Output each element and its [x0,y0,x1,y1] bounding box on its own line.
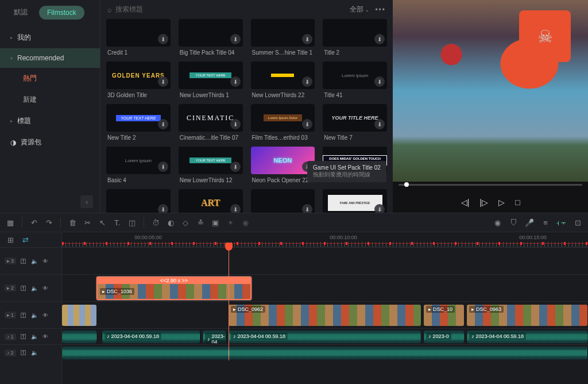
title-card[interactable]: ⬇Credit 1 [106,19,171,56]
preview-scrubber[interactable] [393,182,588,192]
playhead[interactable] [225,243,233,251]
title-card[interactable]: FAME AND PRESTIGE⬇ [323,189,387,213]
stop-button[interactable]: □ [515,198,520,207]
title-card[interactable]: ⬇Summer S…hine Title 1 [251,19,315,56]
download-icon[interactable]: ⬇ [302,76,312,87]
download-icon[interactable]: ⬇ [302,34,312,44]
voice-tool[interactable]: ✦ [226,218,235,227]
audio-clip-1a[interactable] [62,331,96,343]
clip-v1-b[interactable]: ▸DSC_10 [424,305,464,326]
sidebar-item-new[interactable]: 新建 [0,89,100,110]
arrow-tool[interactable]: ↖ [98,218,107,227]
title-card[interactable]: YOUR TEXT HERE⬇New LowerThirds 1 [179,62,243,98]
lock-icon[interactable]: ⚿ [21,258,26,264]
tab-filmstock[interactable]: Filmstock [39,6,84,20]
sidebar-item-recommended[interactable]: ▾Recommended [0,48,100,68]
marker-tool[interactable]: ◉ [241,218,250,227]
visibility-icon[interactable]: 👁 [42,333,48,340]
title-card[interactable]: YOUR TEXT HERE⬇New Title 2 [106,104,171,141]
download-icon[interactable]: ⬇ [158,34,168,44]
audio-icon[interactable]: ⫞⫟ [557,218,566,227]
mic-icon[interactable]: 🎤 [525,218,534,227]
track-header-v1[interactable]: ▸1 ⚿ 🔈 👁 [0,301,61,328]
title-card[interactable]: YOUR TITLE HERE⬇New Title 7 [323,104,387,141]
title-card[interactable]: NEON⬇Neon Pack Opener 22 [251,147,315,183]
color-tool[interactable]: ◐ [166,218,175,227]
audio-clip-1f[interactable]: ♪2023-04-04 00.59.18 [467,331,587,343]
audio-clip-2a[interactable] [62,347,587,359]
redo-button[interactable]: ↷ [44,218,53,227]
speed-tool[interactable]: ⏱ [151,218,160,227]
track-header-v2[interactable]: ▸2 ⚿ 🔈 👁 [0,274,61,301]
download-icon[interactable]: ⬇ [374,34,385,44]
cut-button[interactable]: ✂ [83,218,92,227]
prev-frame-button[interactable]: ◁| [461,198,470,207]
tool-grid-icon[interactable]: ▦ [6,218,15,227]
mute-icon[interactable]: 🔈 [31,350,38,356]
title-card[interactable]: GOLDEN YEARS⬇3D Golden Title [106,62,171,98]
download-icon[interactable]: ⬇ [230,119,241,129]
visibility-icon[interactable]: 👁 [42,312,48,318]
download-icon[interactable]: ⬇ [302,204,312,213]
clip-thumb[interactable] [62,305,96,326]
visibility-icon[interactable]: 👁 [42,258,48,264]
more-button[interactable]: ••• [375,6,386,14]
audio-clip-1e[interactable]: ♪2023-0 [424,331,464,343]
mixer-icon[interactable]: ≡ [541,218,550,227]
crop-tool[interactable]: ◫ [127,218,137,227]
download-icon[interactable]: ⬇ [158,204,168,213]
title-card[interactable]: YOUR TEXT HERE⬇New LowerThirds 12 [179,147,243,183]
download-icon[interactable]: ⬇ [374,119,385,129]
add-track-icon[interactable]: ⊞ [6,235,15,244]
track-header-a2[interactable]: ♪2 ⚿ 🔈 [0,344,61,360]
track-a1[interactable]: ♪2023-04-04 00.59.18 ♪2023-04 ♪2023-04-0… [62,328,588,344]
title-card[interactable]: ART⬇ [179,189,243,213]
lock-icon[interactable]: ⚿ [21,333,26,340]
tab-default[interactable]: 默認 [6,5,36,20]
shield-icon[interactable]: ⛉ [509,218,518,227]
zoom-icon[interactable]: ⊡ [573,218,582,227]
clip-v1-c[interactable]: ▸DSC_0963 [467,305,587,326]
preview-viewport[interactable]: ☠ [393,0,588,182]
title-card[interactable]: ⬇Big Title Pack Title 04 [179,19,243,56]
sidebar-item-titles[interactable]: ▸標題 [0,110,100,132]
audio-clip-1c[interactable]: ♪2023-04 [203,331,226,343]
next-frame-button[interactable]: |▷ [479,198,488,207]
download-icon[interactable]: ⬇ [302,119,312,129]
download-icon[interactable]: ⬇ [158,76,168,87]
title-card[interactable]: ⬇ [251,189,315,213]
mute-icon[interactable]: 🔈 [31,285,38,291]
collapse-sidebar-button[interactable]: ‹ [80,195,93,208]
download-icon[interactable]: ⬇ [158,119,168,129]
sidebar-item-my[interactable]: ▸我的 [0,27,100,48]
title-card[interactable]: ⬇New LowerThirds 22 [251,62,315,98]
lock-icon[interactable]: ⚿ [21,312,26,318]
delete-button[interactable]: 🗑 [68,218,77,227]
audio-clip-1d[interactable]: ♪2023-04-04 00.59.18 [229,331,421,343]
lock-icon[interactable]: ⚿ [21,350,26,356]
clip-v1-a[interactable]: ▸DSC_0962 [229,305,421,326]
audio-clip-1b[interactable]: ♪2023-04-04 00.59.18 [102,331,200,343]
download-icon[interactable]: ⬇ [230,34,241,44]
lock-icon[interactable]: ⚿ [21,285,26,291]
track-header-a1[interactable]: ♪1 ⚿ 🔈 👁 [0,328,61,344]
download-icon[interactable]: ⬇ [230,204,241,213]
sidebar-item-hot[interactable]: 熱門 [0,68,100,89]
title-card[interactable]: Lorem Ipsum Dolor⬇Film Titles…erthird 03 [251,104,315,141]
track-header-v3[interactable]: ▸3 ⚿ 🔈 👁 [0,247,61,274]
title-card[interactable]: CINEMATIC⬇Cinematic…itle Title 07 [179,104,243,141]
keyframe-tool[interactable]: ◇ [181,218,190,227]
mute-icon[interactable]: 🔈 [31,333,38,340]
track-a2[interactable] [62,344,588,360]
track-v2[interactable]: <<2.90 x >>✂ ▸DSC_1036 [62,274,588,301]
sidebar-item-pack[interactable]: ◑資源包 [0,132,100,153]
download-icon[interactable]: ⬇ [374,204,385,213]
download-icon[interactable]: ⬇ [230,76,241,87]
render-icon[interactable]: ◉ [493,218,502,227]
title-card[interactable]: ⬇ [106,189,171,213]
search-input[interactable]: ⌕ 搜索標題 [107,5,345,14]
filter-dropdown[interactable]: 全部 ⌄ [350,5,369,14]
track-v1[interactable]: ▸DSC_0962 ▸DSC_10 ▸DSC_0963 [62,301,588,328]
visibility-icon[interactable]: 👁 [42,285,48,291]
download-icon[interactable]: ⬇ [230,162,241,172]
